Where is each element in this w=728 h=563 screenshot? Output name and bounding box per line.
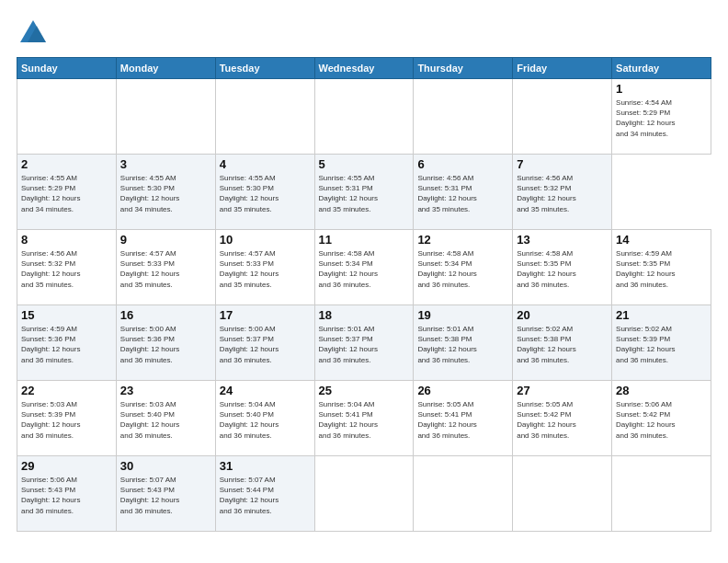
day-info: Sunrise: 4:59 AM Sunset: 5:35 PM Dayligh… [616,248,707,290]
day-info: Sunrise: 5:03 AM Sunset: 5:39 PM Dayligh… [21,399,112,441]
calendar-cell: 20 Sunrise: 5:02 AM Sunset: 5:38 PM Dayl… [513,305,612,381]
day-number: 3 [120,157,211,171]
calendar-cell [116,79,215,155]
day-number: 21 [616,308,707,322]
day-info: Sunrise: 5:03 AM Sunset: 5:40 PM Dayligh… [120,399,211,441]
calendar-cell: 11 Sunrise: 4:58 AM Sunset: 5:34 PM Dayl… [314,230,414,305]
day-number: 19 [417,308,508,322]
day-number: 11 [319,233,410,247]
day-number: 7 [517,157,608,171]
calendar-cell: 28 Sunrise: 5:06 AM Sunset: 5:42 PM Dayl… [612,381,711,456]
calendar-cell [314,79,414,155]
day-info: Sunrise: 4:58 AM Sunset: 5:35 PM Dayligh… [517,248,608,290]
calendar-cell: 25 Sunrise: 5:04 AM Sunset: 5:41 PM Dayl… [314,381,414,456]
weekday-header: Sunday [17,58,117,79]
calendar-cell: 27 Sunrise: 5:05 AM Sunset: 5:42 PM Dayl… [513,381,612,456]
day-number: 1 [616,82,707,96]
day-info: Sunrise: 4:57 AM Sunset: 5:33 PM Dayligh… [220,248,311,290]
day-number: 16 [120,308,211,322]
calendar-cell: 2 Sunrise: 4:55 AM Sunset: 5:29 PM Dayli… [17,155,117,230]
day-number: 6 [417,157,508,171]
calendar-week: 22 Sunrise: 5:03 AM Sunset: 5:39 PM Dayl… [17,381,711,456]
day-info: Sunrise: 5:07 AM Sunset: 5:44 PM Dayligh… [220,475,311,516]
calendar: SundayMondayTuesdayWednesdayThursdayFrid… [17,57,711,532]
day-info: Sunrise: 5:05 AM Sunset: 5:42 PM Dayligh… [517,399,608,441]
calendar-cell: 15 Sunrise: 4:59 AM Sunset: 5:36 PM Dayl… [17,305,117,381]
calendar-cell: 5 Sunrise: 4:55 AM Sunset: 5:31 PM Dayli… [314,155,414,230]
day-info: Sunrise: 4:59 AM Sunset: 5:36 PM Dayligh… [21,324,112,365]
day-number: 31 [220,459,311,473]
calendar-cell: 16 Sunrise: 5:00 AM Sunset: 5:36 PM Dayl… [116,305,215,381]
day-number: 30 [120,459,211,473]
day-info: Sunrise: 5:02 AM Sunset: 5:38 PM Dayligh… [517,324,608,365]
day-number: 18 [319,308,410,322]
calendar-cell: 13 Sunrise: 4:58 AM Sunset: 5:35 PM Dayl… [513,230,612,305]
day-info: Sunrise: 4:56 AM Sunset: 5:31 PM Dayligh… [417,173,508,214]
calendar-header: SundayMondayTuesdayWednesdayThursdayFrid… [17,58,711,79]
header [17,17,711,50]
day-number: 27 [517,384,608,397]
calendar-cell: 12 Sunrise: 4:58 AM Sunset: 5:34 PM Dayl… [414,230,513,305]
day-number: 9 [120,233,211,247]
calendar-cell: 10 Sunrise: 4:57 AM Sunset: 5:33 PM Dayl… [215,230,314,305]
weekday-header: Monday [116,58,215,79]
day-number: 14 [616,233,707,247]
calendar-cell [414,456,513,532]
day-number: 15 [21,308,112,322]
calendar-cell [513,456,612,532]
day-info: Sunrise: 4:58 AM Sunset: 5:34 PM Dayligh… [319,248,410,290]
day-info: Sunrise: 5:05 AM Sunset: 5:41 PM Dayligh… [417,399,508,441]
calendar-cell: 29 Sunrise: 5:06 AM Sunset: 5:43 PM Dayl… [17,456,117,532]
logo [17,17,53,50]
day-number: 17 [220,308,311,322]
day-number: 26 [417,384,508,397]
calendar-cell [215,79,314,155]
calendar-cell [17,79,117,155]
calendar-cell: 23 Sunrise: 5:03 AM Sunset: 5:40 PM Dayl… [116,381,215,456]
calendar-cell: 21 Sunrise: 5:02 AM Sunset: 5:39 PM Dayl… [612,305,711,381]
day-number: 24 [220,384,311,397]
day-info: Sunrise: 4:55 AM Sunset: 5:30 PM Dayligh… [120,173,211,214]
calendar-cell: 19 Sunrise: 5:01 AM Sunset: 5:38 PM Dayl… [414,305,513,381]
day-number: 29 [21,459,112,473]
calendar-cell [513,79,612,155]
day-info: Sunrise: 5:04 AM Sunset: 5:40 PM Dayligh… [220,399,311,441]
day-number: 10 [220,233,311,247]
day-number: 13 [517,233,608,247]
calendar-cell: 9 Sunrise: 4:57 AM Sunset: 5:33 PM Dayli… [116,230,215,305]
weekday-header: Thursday [414,58,513,79]
calendar-cell: 31 Sunrise: 5:07 AM Sunset: 5:44 PM Dayl… [215,456,314,532]
day-info: Sunrise: 4:57 AM Sunset: 5:33 PM Dayligh… [120,248,211,290]
weekday-header: Saturday [612,58,711,79]
day-info: Sunrise: 5:01 AM Sunset: 5:37 PM Dayligh… [319,324,410,365]
calendar-cell: 7 Sunrise: 4:56 AM Sunset: 5:32 PM Dayli… [513,155,612,230]
day-number: 25 [319,384,410,397]
calendar-cell: 17 Sunrise: 5:00 AM Sunset: 5:37 PM Dayl… [215,305,314,381]
calendar-cell: 14 Sunrise: 4:59 AM Sunset: 5:35 PM Dayl… [612,230,711,305]
day-number: 2 [21,157,112,171]
day-info: Sunrise: 4:56 AM Sunset: 5:32 PM Dayligh… [517,173,608,214]
calendar-week: 2 Sunrise: 4:55 AM Sunset: 5:29 PM Dayli… [17,155,711,230]
day-info: Sunrise: 5:00 AM Sunset: 5:36 PM Dayligh… [120,324,211,365]
day-number: 22 [21,384,112,397]
calendar-cell [612,456,711,532]
calendar-cell: 22 Sunrise: 5:03 AM Sunset: 5:39 PM Dayl… [17,381,117,456]
day-number: 8 [21,233,112,247]
calendar-cell [314,456,414,532]
calendar-week: 29 Sunrise: 5:06 AM Sunset: 5:43 PM Dayl… [17,456,711,532]
day-info: Sunrise: 5:02 AM Sunset: 5:39 PM Dayligh… [616,324,707,365]
calendar-cell: 18 Sunrise: 5:01 AM Sunset: 5:37 PM Dayl… [314,305,414,381]
day-info: Sunrise: 5:04 AM Sunset: 5:41 PM Dayligh… [319,399,410,441]
day-number: 28 [616,384,707,397]
day-number: 4 [220,157,311,171]
weekday-header: Friday [513,58,612,79]
day-number: 5 [319,157,410,171]
day-info: Sunrise: 4:58 AM Sunset: 5:34 PM Dayligh… [417,248,508,290]
day-number: 20 [517,308,608,322]
calendar-cell [414,79,513,155]
calendar-cell: 1 Sunrise: 4:54 AM Sunset: 5:29 PM Dayli… [612,79,711,155]
logo-icon [17,17,50,50]
day-info: Sunrise: 5:01 AM Sunset: 5:38 PM Dayligh… [417,324,508,365]
calendar-cell: 30 Sunrise: 5:07 AM Sunset: 5:43 PM Dayl… [116,456,215,532]
day-info: Sunrise: 5:06 AM Sunset: 5:42 PM Dayligh… [616,399,707,441]
